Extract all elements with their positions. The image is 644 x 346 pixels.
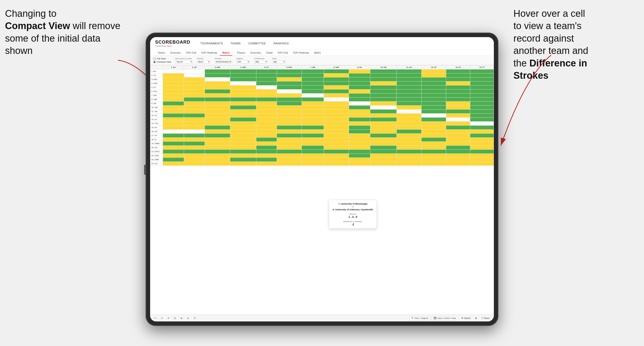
max-teams-select[interactable]: Top 50 ▾ — [175, 60, 193, 63]
matrix-cell[interactable] — [256, 138, 277, 142]
matrix-cell[interactable] — [302, 134, 324, 138]
matrix-cell[interactable] — [470, 102, 494, 106]
matrix-cell[interactable] — [370, 73, 397, 77]
matrix-cell[interactable] — [277, 162, 302, 166]
matrix-cell[interactable] — [302, 122, 324, 126]
matrix-cell[interactable] — [370, 134, 397, 138]
tab-teams[interactable]: Teams — [155, 50, 167, 56]
matrix-cell[interactable] — [184, 154, 205, 158]
matrix-cell[interactable] — [324, 146, 349, 150]
matrix-cell[interactable] — [422, 118, 446, 122]
matrix-cell[interactable] — [470, 142, 494, 146]
matrix-cell[interactable] — [205, 90, 230, 94]
zoom-out-button[interactable]: ⊖ — [186, 316, 190, 320]
matrix-cell[interactable] — [370, 102, 397, 106]
matrix-cell[interactable] — [205, 118, 230, 122]
matrix-cell[interactable] — [163, 158, 184, 162]
matrix-cell[interactable] — [370, 69, 397, 73]
matrix-cell[interactable] — [324, 69, 349, 73]
matrix-cell[interactable] — [256, 150, 277, 154]
matrix-cell[interactable] — [324, 90, 349, 94]
matrix-cell[interactable] — [184, 122, 205, 126]
matrix-cell[interactable] — [370, 122, 397, 126]
matrix-cell[interactable] — [302, 77, 324, 81]
matrix-cell[interactable] — [184, 69, 205, 73]
matrix-cell[interactable] — [230, 94, 256, 98]
matrix-cell[interactable] — [349, 138, 370, 142]
matrix-cell[interactable] — [205, 81, 230, 85]
matrix-cell[interactable] — [205, 98, 230, 102]
matrix-cell[interactable] — [349, 94, 370, 98]
matrix-cell[interactable] — [446, 122, 470, 126]
matrix-cell[interactable] — [205, 138, 230, 142]
matrix-cell[interactable] — [256, 146, 277, 150]
matrix-cell[interactable] — [446, 162, 470, 166]
matrix-cell[interactable] — [230, 146, 256, 150]
matrix-cell[interactable] — [324, 85, 349, 90]
matrix-cell[interactable] — [163, 81, 184, 85]
matrix-cell[interactable] — [256, 98, 277, 102]
nav-committee[interactable]: COMMITTEE — [248, 42, 266, 45]
matrix-cell[interactable] — [446, 73, 470, 77]
tab-matrix[interactable]: Matrix — [220, 50, 232, 56]
matrix-cell[interactable] — [370, 110, 397, 114]
matrix-cell[interactable] — [184, 158, 205, 162]
matrix-cell[interactable] — [470, 85, 494, 90]
matrix-cell[interactable] — [349, 122, 370, 126]
matrix-cell[interactable] — [302, 90, 324, 94]
matrix-cell[interactable] — [370, 150, 397, 154]
matrix-cell[interactable] — [277, 134, 302, 138]
matrix-cell[interactable] — [277, 150, 302, 154]
matrix-cell[interactable] — [163, 94, 184, 98]
reset-button[interactable]: ↺ — [166, 316, 171, 320]
matrix-cell[interactable] — [470, 69, 494, 73]
matrix-cell[interactable] — [446, 154, 470, 158]
matrix-cell[interactable] — [370, 98, 397, 102]
full-view-radio[interactable] — [153, 57, 156, 60]
matrix-cell[interactable] — [230, 134, 256, 138]
matrix-cell[interactable] — [302, 126, 324, 130]
matrix-cell[interactable] — [277, 102, 302, 106]
matrix-cell[interactable] — [422, 81, 446, 85]
tab-h2h-grid[interactable]: H2H Grid — [183, 50, 199, 56]
matrix-cell[interactable] — [230, 162, 256, 166]
matrix-cell[interactable] — [184, 110, 205, 114]
matrix-cell[interactable] — [163, 90, 184, 94]
matrix-cell[interactable] — [256, 73, 277, 77]
matrix-cell[interactable] — [422, 162, 446, 166]
matrix-cell[interactable] — [302, 106, 324, 110]
matrix-cell[interactable] — [446, 158, 470, 162]
matrix-cell[interactable] — [205, 73, 230, 77]
matrix-cell[interactable] — [205, 150, 230, 154]
matrix-cell[interactable] — [324, 77, 349, 81]
matrix-cell[interactable] — [256, 106, 277, 110]
tab-p-detail[interactable]: Detail — [264, 50, 275, 56]
matrix-cell[interactable] — [324, 98, 349, 102]
matrix-cell[interactable] — [446, 102, 470, 106]
matrix-cell[interactable] — [163, 134, 184, 138]
matrix-cell[interactable] — [163, 77, 184, 81]
matrix-cell[interactable] — [302, 81, 324, 85]
matrix-cell[interactable] — [349, 118, 370, 122]
matrix-cell[interactable] — [397, 138, 422, 142]
matrix-cell[interactable] — [397, 90, 422, 94]
matrix-cell[interactable] — [324, 118, 349, 122]
matrix-cell[interactable] — [470, 126, 494, 130]
matrix-cell[interactable] — [397, 162, 422, 166]
matrix-cell[interactable] — [422, 126, 446, 130]
matrix-cell[interactable] — [446, 81, 470, 85]
matrix-cell[interactable] — [446, 150, 470, 154]
matrix-cell[interactable] — [422, 150, 446, 154]
matrix-cell[interactable] — [302, 142, 324, 146]
matrix-cell[interactable] — [184, 126, 205, 130]
matrix-cell[interactable] — [397, 158, 422, 162]
matrix-cell[interactable] — [324, 138, 349, 142]
matrix-cell[interactable] — [256, 154, 277, 158]
matrix-cell[interactable] — [230, 81, 256, 85]
tab-p-h2h-grid[interactable]: H2H Grid — [275, 50, 290, 56]
matrix-cell[interactable] — [422, 110, 446, 114]
matrix-cell[interactable] — [324, 142, 349, 146]
matrix-cell[interactable] — [163, 73, 184, 77]
matrix-cell[interactable] — [277, 106, 302, 110]
matrix-cell[interactable] — [470, 130, 494, 134]
